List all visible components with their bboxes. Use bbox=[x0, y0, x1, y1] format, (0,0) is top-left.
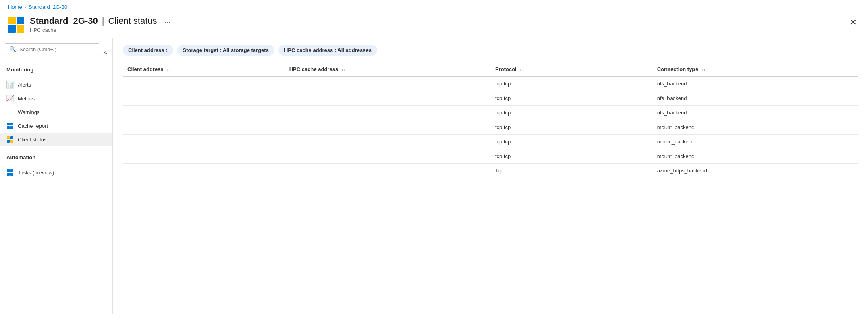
automation-section-header: Automation bbox=[0, 151, 112, 162]
cell-connection_type-3: mount_backend bbox=[652, 120, 858, 135]
collapse-sidebar-button[interactable]: « bbox=[104, 49, 108, 56]
sidebar-item-warnings[interactable]: ☰ Warnings bbox=[0, 105, 112, 119]
resource-subtitle: HPC cache bbox=[30, 27, 847, 33]
more-options-button[interactable]: ··· bbox=[164, 18, 170, 26]
sidebar-item-tasks-label: Tasks (preview) bbox=[18, 170, 54, 176]
col-header-connection-type[interactable]: Connection type ↑↓ bbox=[652, 62, 858, 77]
cell-client_address-0 bbox=[123, 77, 284, 91]
warnings-icon: ☰ bbox=[6, 108, 14, 116]
cell-hpc_cache_address-2 bbox=[284, 106, 490, 120]
main-layout: 🔍 « Monitoring 📊 Alerts 📈 Metrics ☰ bbox=[0, 38, 868, 314]
search-bar[interactable]: 🔍 bbox=[5, 43, 99, 55]
cell-hpc_cache_address-0 bbox=[284, 77, 490, 91]
cell-hpc_cache_address-4 bbox=[284, 135, 490, 149]
cell-connection_type-1: nfs_backend bbox=[652, 91, 858, 106]
cell-client_address-5 bbox=[123, 149, 284, 164]
table-row: tcp tcpmount_backend bbox=[123, 135, 858, 149]
cell-protocol-4: tcp tcp bbox=[490, 135, 652, 149]
table-row: tcp tcpnfs_backend bbox=[123, 106, 858, 120]
sidebar-item-client-status[interactable]: Client status bbox=[0, 133, 112, 146]
header-title: Standard_2G-30 | Client status ··· bbox=[30, 16, 847, 26]
cell-connection_type-4: mount_backend bbox=[652, 135, 858, 149]
cell-client_address-2 bbox=[123, 106, 284, 120]
cell-client_address-1 bbox=[123, 91, 284, 106]
cell-protocol-0: tcp tcp bbox=[490, 77, 652, 91]
cell-protocol-3: tcp tcp bbox=[490, 120, 652, 135]
hpc-cache-address-filter[interactable]: HPC cache address : All addresses bbox=[278, 45, 377, 56]
page-title-text: Client status bbox=[108, 16, 157, 26]
col-label-client-address: Client address bbox=[127, 66, 164, 72]
cell-client_address-4 bbox=[123, 135, 284, 149]
cell-protocol-1: tcp tcp bbox=[490, 91, 652, 106]
client-address-filter[interactable]: Client address : bbox=[123, 45, 173, 56]
monitoring-divider bbox=[6, 76, 106, 76]
cell-client_address-3 bbox=[123, 120, 284, 135]
storage-target-filter[interactable]: Storage target : All storage targets bbox=[177, 45, 274, 56]
cell-hpc_cache_address-3 bbox=[284, 120, 490, 135]
breadcrumb-home[interactable]: Home bbox=[8, 4, 22, 10]
resource-name: Standard_2G-30 bbox=[30, 16, 98, 26]
table-row: tcp tcpmount_backend bbox=[123, 149, 858, 164]
hpc-cache-address-filter-value: All addresses bbox=[337, 47, 372, 53]
hpc-cache-address-filter-label: HPC cache address : bbox=[284, 47, 337, 53]
breadcrumb: Home › Standard_2G-30 bbox=[0, 0, 868, 14]
sidebar-item-warnings-label: Warnings bbox=[18, 109, 39, 115]
metrics-icon: 📈 bbox=[6, 95, 14, 102]
resource-icon bbox=[8, 17, 24, 33]
cell-connection_type-0: nfs_backend bbox=[652, 77, 858, 91]
cell-connection_type-2: nfs_backend bbox=[652, 106, 858, 120]
sidebar-item-tasks[interactable]: Tasks (preview) bbox=[0, 166, 112, 179]
sidebar-item-alerts-label: Alerts bbox=[18, 82, 31, 88]
cell-connection_type-6: azure_https_backend bbox=[652, 164, 858, 178]
page-header: Standard_2G-30 | Client status ··· HPC c… bbox=[0, 14, 868, 38]
filter-bar: Client address : Storage target : All st… bbox=[123, 45, 858, 56]
cell-protocol-6: Tcp bbox=[490, 164, 652, 178]
table-header-row: Client address ↑↓ HPC cache address ↑↓ P… bbox=[123, 62, 858, 77]
sort-icon-hpc-address[interactable]: ↑↓ bbox=[341, 67, 346, 72]
sidebar: 🔍 « Monitoring 📊 Alerts 📈 Metrics ☰ bbox=[0, 38, 113, 314]
cell-connection_type-5: mount_backend bbox=[652, 149, 858, 164]
sidebar-item-metrics[interactable]: 📈 Metrics bbox=[0, 91, 112, 105]
table-row: tcp tcpmount_backend bbox=[123, 120, 858, 135]
col-label-protocol: Protocol bbox=[495, 66, 517, 72]
automation-divider bbox=[6, 164, 106, 164]
col-label-hpc-cache-address: HPC cache address bbox=[289, 66, 338, 72]
cell-hpc_cache_address-1 bbox=[284, 91, 490, 106]
sort-icon-connection-type[interactable]: ↑↓ bbox=[701, 67, 706, 72]
table-body: tcp tcpnfs_backendtcp tcpnfs_backendtcp … bbox=[123, 77, 858, 178]
table-row: tcp tcpnfs_backend bbox=[123, 77, 858, 91]
title-separator: | bbox=[102, 16, 104, 26]
client-status-icon bbox=[6, 136, 14, 143]
monitoring-section-header: Monitoring bbox=[0, 63, 112, 74]
header-title-area: Standard_2G-30 | Client status ··· HPC c… bbox=[30, 16, 847, 33]
client-status-table: Client address ↑↓ HPC cache address ↑↓ P… bbox=[123, 62, 858, 178]
cache-report-icon bbox=[6, 122, 14, 129]
content-area: Client address : Storage target : All st… bbox=[113, 38, 868, 314]
sort-icon-client-address[interactable]: ↑↓ bbox=[166, 67, 171, 72]
search-input[interactable] bbox=[19, 46, 95, 52]
storage-target-filter-label: Storage target : bbox=[183, 47, 223, 53]
table-row: tcp tcpnfs_backend bbox=[123, 91, 858, 106]
client-address-filter-label: Client address : bbox=[128, 47, 168, 53]
breadcrumb-separator: › bbox=[25, 4, 26, 10]
sidebar-item-alerts[interactable]: 📊 Alerts bbox=[0, 78, 112, 91]
tasks-icon bbox=[6, 169, 14, 176]
col-header-client-address[interactable]: Client address ↑↓ bbox=[123, 62, 284, 77]
sort-icon-protocol[interactable]: ↑↓ bbox=[519, 67, 524, 72]
sidebar-item-cache-report-label: Cache report bbox=[18, 123, 48, 129]
cell-protocol-2: tcp tcp bbox=[490, 106, 652, 120]
table-row: Tcpazure_https_backend bbox=[123, 164, 858, 178]
cell-protocol-5: tcp tcp bbox=[490, 149, 652, 164]
sidebar-item-client-status-label: Client status bbox=[18, 137, 47, 143]
breadcrumb-current[interactable]: Standard_2G-30 bbox=[29, 4, 67, 10]
sidebar-item-cache-report[interactable]: Cache report bbox=[0, 119, 112, 133]
cell-hpc_cache_address-5 bbox=[284, 149, 490, 164]
col-header-hpc-cache-address[interactable]: HPC cache address ↑↓ bbox=[284, 62, 490, 77]
storage-target-filter-value: All storage targets bbox=[223, 47, 269, 53]
close-button[interactable]: ✕ bbox=[847, 16, 860, 29]
cell-client_address-6 bbox=[123, 164, 284, 178]
col-header-protocol[interactable]: Protocol ↑↓ bbox=[490, 62, 652, 77]
alerts-icon: 📊 bbox=[6, 81, 14, 88]
search-icon: 🔍 bbox=[9, 46, 16, 52]
sidebar-item-metrics-label: Metrics bbox=[18, 96, 35, 102]
